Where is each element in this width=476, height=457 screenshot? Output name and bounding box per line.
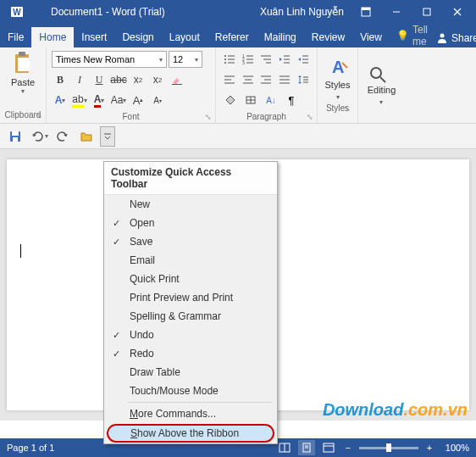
svg-rect-65 (324, 443, 334, 452)
user-name[interactable]: Xuân Linh Nguyễn (260, 6, 344, 18)
qat-redo-button[interactable] (53, 126, 73, 147)
shrink-font-button[interactable]: A▾ (149, 92, 166, 109)
styles-button[interactable]: A Styles ▾ (325, 56, 351, 102)
justify-button[interactable] (276, 71, 293, 88)
tab-view[interactable]: View (352, 27, 390, 47)
paragraph-group: 123 A↓ ¶ Paragraph⤡ (216, 47, 318, 123)
align-center-button[interactable] (240, 71, 257, 88)
qat-menu-save[interactable]: Save (104, 232, 277, 251)
ribbon: Paste ▾ Clipboard⤡ Times New Roman▾ 12▾ … (0, 47, 476, 124)
font-name-combo[interactable]: Times New Roman▾ (52, 51, 167, 68)
ribbon-tabs: File Home Insert Design Layout Referer M… (0, 24, 476, 47)
font-size-combo[interactable]: 12▾ (169, 51, 202, 68)
tell-me-search[interactable]: 💡 Tell me (396, 24, 428, 47)
styles-launcher-icon[interactable]: ⤡ (344, 104, 351, 113)
font-launcher-icon[interactable]: ⤡ (205, 113, 212, 121)
qat-menu-print-preview[interactable]: Print Preview and Print (104, 288, 277, 307)
svg-rect-11 (18, 58, 30, 71)
svg-point-15 (224, 59, 226, 60)
font-group-label: Font⤡ (52, 110, 210, 123)
qat-open-button[interactable] (76, 126, 97, 147)
qat-undo-button[interactable]: ▾ (29, 126, 49, 147)
decrease-indent-button[interactable] (276, 51, 293, 68)
superscript-button[interactable]: x2 (149, 71, 166, 88)
zoom-slider[interactable] (359, 447, 418, 449)
tab-mailings[interactable]: Mailing (257, 27, 304, 47)
bold-button[interactable]: B (52, 71, 69, 88)
tab-layout[interactable]: Layout (162, 27, 208, 47)
svg-point-13 (224, 55, 226, 57)
paragraph-group-label: Paragraph⤡ (221, 110, 312, 123)
clipboard-launcher-icon[interactable]: ⤡ (36, 111, 42, 120)
paste-label: Paste (11, 77, 35, 87)
increase-indent-button[interactable] (295, 51, 312, 68)
underline-button[interactable]: U (91, 71, 108, 88)
qat-menu-quick-print[interactable]: Quick Print (104, 270, 277, 288)
share-button[interactable]: Share (428, 29, 476, 47)
close-button[interactable] (442, 0, 473, 24)
strikethrough-button[interactable]: abc (110, 71, 127, 88)
read-mode-icon[interactable] (276, 440, 293, 455)
qat-menu-open[interactable]: Open (104, 214, 277, 232)
qat-menu-header: Customize Quick Access Toolbar (104, 162, 277, 195)
borders-button[interactable] (241, 92, 260, 109)
zoom-in-button[interactable]: + (423, 443, 435, 453)
show-hide-button[interactable]: ¶ (282, 92, 301, 109)
paragraph-launcher-icon[interactable]: ⤡ (307, 113, 313, 121)
page-indicator[interactable]: Page 1 of 1 (7, 443, 54, 453)
svg-rect-10 (19, 52, 25, 56)
title-bar: W Document1 - Word (Trial) Xuân Linh Ngu… (0, 0, 476, 24)
qat-menu-undo[interactable]: Undo (104, 326, 277, 344)
qat-menu-more-commands[interactable]: More Commands... (104, 404, 277, 423)
highlight-button[interactable]: ab▾ (71, 92, 88, 109)
print-layout-icon[interactable] (298, 440, 315, 455)
bullets-button[interactable] (221, 51, 238, 68)
qat-save-button[interactable] (5, 126, 25, 147)
tab-review[interactable]: Review (304, 27, 352, 47)
qat-menu-show-above[interactable]: Show Above the Ribbon (107, 424, 274, 443)
sort-button[interactable]: A↓ (262, 92, 280, 109)
tab-design[interactable]: Design (114, 27, 161, 47)
text-effects-button[interactable]: A▾ (52, 92, 69, 109)
tab-file[interactable]: File (0, 27, 31, 47)
tab-home[interactable]: Home (31, 27, 74, 47)
multilevel-list-button[interactable] (258, 51, 275, 68)
zoom-level[interactable]: 100% (446, 443, 469, 453)
ribbon-display-options-icon[interactable] (351, 0, 381, 24)
svg-text:A: A (332, 58, 344, 76)
clear-formatting-button[interactable] (169, 71, 185, 88)
change-case-button[interactable]: Aa▾ (110, 92, 127, 109)
share-label: Share (451, 32, 476, 44)
qat-menu-draw-table[interactable]: Draw Table (104, 363, 277, 382)
subscript-button[interactable]: x2 (130, 71, 147, 88)
qat-menu-redo[interactable]: Redo (104, 344, 277, 363)
tab-insert[interactable]: Insert (74, 27, 114, 47)
paste-button[interactable]: Paste ▾ (5, 49, 41, 97)
svg-rect-5 (423, 8, 430, 15)
qat-customize-button[interactable] (100, 126, 115, 147)
font-color-button[interactable]: A▾ (91, 92, 108, 109)
qat-menu-touch-mode[interactable]: Touch/Mouse Mode (104, 382, 277, 400)
font-group: Times New Roman▾ 12▾ B I U abc x2 x2 A▾ … (47, 47, 216, 123)
svg-text:W: W (13, 8, 21, 17)
qat-menu-email[interactable]: Email (104, 251, 277, 270)
editing-button[interactable]: Editing ▾ (368, 64, 396, 107)
maximize-button[interactable] (412, 0, 442, 24)
qat-menu-spelling[interactable]: Spelling & Grammar (104, 307, 277, 326)
qat-menu-new[interactable]: New (104, 195, 277, 214)
zoom-out-button[interactable]: − (342, 443, 354, 453)
align-right-button[interactable] (258, 71, 275, 88)
svg-rect-3 (362, 8, 370, 10)
web-layout-icon[interactable] (320, 440, 337, 455)
shading-button[interactable] (221, 92, 240, 109)
numbering-button[interactable]: 123 (240, 51, 257, 68)
align-left-button[interactable] (221, 71, 238, 88)
svg-line-55 (380, 77, 385, 82)
italic-button[interactable]: I (71, 71, 88, 88)
grow-font-button[interactable]: A▴ (130, 92, 147, 109)
minimize-button[interactable] (381, 0, 412, 24)
zoom-slider-thumb[interactable] (386, 443, 391, 452)
tab-references[interactable]: Referer (208, 27, 257, 47)
line-spacing-button[interactable] (295, 71, 312, 88)
svg-rect-58 (13, 137, 18, 142)
